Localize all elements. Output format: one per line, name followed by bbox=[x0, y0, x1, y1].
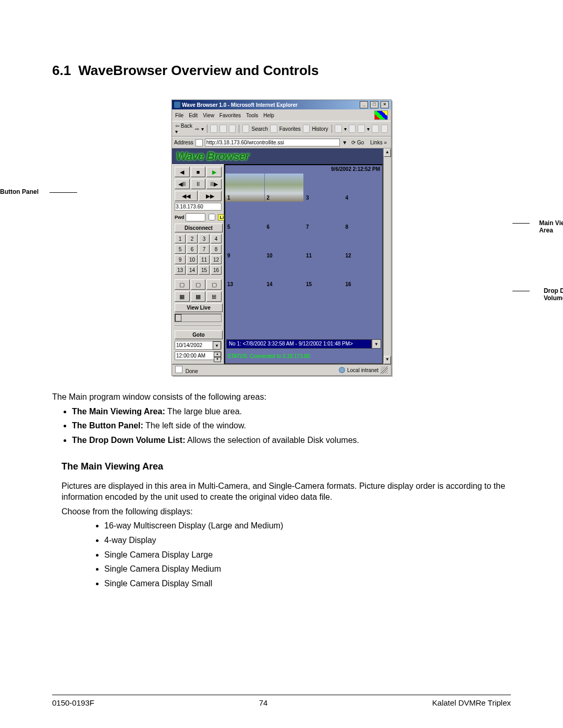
menu-tools[interactable]: Tools bbox=[246, 113, 258, 118]
resize-grip[interactable] bbox=[381, 366, 388, 374]
camera-view-5[interactable]: 5 bbox=[225, 202, 264, 230]
camera-view-1[interactable]: 1 bbox=[225, 174, 264, 202]
multi16-button[interactable]: ▦ bbox=[175, 291, 190, 302]
camera-view-14[interactable]: 14 bbox=[265, 260, 304, 288]
camera-4-button[interactable]: 4 bbox=[211, 234, 222, 243]
camera-view-3[interactable]: 3 bbox=[304, 174, 343, 202]
volume-selected: No 1: <7/8/2002 3:32:58 AM - 9/12/2002 1… bbox=[226, 339, 372, 349]
connect-button[interactable]: Disconnect bbox=[175, 224, 223, 232]
camera-8-button[interactable]: 8 bbox=[211, 244, 222, 254]
print-icon[interactable] bbox=[349, 125, 356, 133]
forward-button[interactable]: ⇨ bbox=[195, 126, 199, 132]
messenger-icon[interactable] bbox=[381, 125, 388, 133]
camera-view-8[interactable]: 8 bbox=[344, 202, 383, 230]
menu-edit[interactable]: Edit bbox=[189, 113, 198, 118]
search-button[interactable]: Search bbox=[251, 126, 268, 132]
volume-dropdown-icon[interactable]: ▼ bbox=[372, 339, 381, 349]
camera-2-button[interactable]: 2 bbox=[187, 234, 198, 243]
section-title-text: WaveBrowser Overview and Controls bbox=[78, 63, 319, 79]
date-dropdown-icon[interactable]: ▼ bbox=[213, 341, 221, 350]
pause-button[interactable]: II bbox=[191, 179, 206, 189]
camera-view-10[interactable]: 10 bbox=[265, 231, 304, 260]
vertical-scrollbar[interactable]: ▲ ▼ bbox=[383, 149, 391, 364]
camera-view-6[interactable]: 6 bbox=[265, 202, 304, 230]
step-fwd-button[interactable]: II▶ bbox=[206, 179, 222, 189]
camera-view-15[interactable]: 15 bbox=[304, 260, 343, 288]
rewind-button[interactable]: ◀ bbox=[175, 167, 190, 177]
links-button[interactable]: Links » bbox=[368, 140, 389, 145]
view-live-button[interactable]: View Live bbox=[175, 303, 223, 312]
multi16m-button[interactable]: ▦ bbox=[191, 291, 206, 302]
minimize-button[interactable]: _ bbox=[360, 101, 368, 108]
search-icon[interactable] bbox=[242, 125, 250, 133]
slider[interactable] bbox=[175, 314, 222, 322]
favorites-icon[interactable] bbox=[270, 125, 277, 133]
camera-12-button[interactable]: 12 bbox=[211, 255, 222, 264]
camera-11-button[interactable]: 11 bbox=[199, 255, 210, 264]
back-button[interactable]: ⇦ Back ▾ bbox=[175, 123, 193, 134]
single-large-button[interactable]: ▢ bbox=[206, 279, 222, 290]
time-down-icon[interactable]: ▼ bbox=[214, 357, 221, 362]
close-button[interactable]: × bbox=[381, 101, 389, 108]
paragraph: Pictures are displayed in this area in M… bbox=[62, 480, 511, 503]
time-up-icon[interactable]: ▲ bbox=[214, 352, 221, 357]
camera-view-9[interactable]: 9 bbox=[225, 231, 264, 260]
menu-help[interactable]: Help bbox=[263, 113, 274, 118]
fast-rewind-button[interactable]: ◀◀ bbox=[175, 191, 198, 201]
menu-favorites[interactable]: Favorites bbox=[219, 113, 241, 118]
ip-input[interactable] bbox=[175, 203, 222, 211]
list-item: 4-way Display bbox=[104, 535, 511, 546]
home-icon[interactable] bbox=[229, 125, 236, 133]
camera-view-16[interactable]: 16 bbox=[344, 260, 383, 288]
camera-9-button[interactable]: 9 bbox=[175, 255, 186, 264]
pwd-input[interactable] bbox=[186, 213, 205, 221]
live-checkbox[interactable] bbox=[209, 214, 215, 220]
fast-forward-button[interactable]: ▶▶ bbox=[199, 191, 222, 201]
address-dropdown-icon[interactable]: ▼ bbox=[342, 140, 347, 145]
volume-dropdown[interactable]: No 1: <7/8/2002 3:32:58 AM - 9/12/2002 1… bbox=[226, 339, 381, 349]
camera-7-button[interactable]: 7 bbox=[199, 244, 210, 254]
scroll-up-icon[interactable]: ▲ bbox=[384, 149, 391, 157]
camera-14-button[interactable]: 14 bbox=[187, 265, 198, 275]
camera-view-2[interactable]: 2 bbox=[265, 174, 304, 202]
play-button[interactable]: ▶ bbox=[206, 167, 222, 177]
address-input[interactable] bbox=[205, 139, 340, 146]
stop-button[interactable]: ■ bbox=[191, 167, 206, 177]
history-icon[interactable] bbox=[303, 125, 310, 133]
edit-icon[interactable] bbox=[358, 125, 365, 133]
list-item: 16-way Multiscreen Display (Large and Me… bbox=[104, 520, 511, 532]
camera-view-13[interactable]: 13 bbox=[225, 260, 264, 288]
camera-view-12[interactable]: 12 bbox=[344, 231, 383, 260]
title-bar: Wave Browser 1.0 - Microsoft Internet Ex… bbox=[172, 100, 391, 109]
footer-page-number: 74 bbox=[259, 698, 268, 707]
menu-view[interactable]: View bbox=[203, 113, 214, 118]
maximize-button[interactable]: □ bbox=[370, 101, 378, 108]
camera-view-11[interactable]: 11 bbox=[304, 231, 343, 260]
camera-view-7[interactable]: 7 bbox=[304, 202, 343, 230]
menu-file[interactable]: File bbox=[175, 113, 183, 118]
stop-icon[interactable] bbox=[210, 125, 217, 133]
camera-view-4[interactable]: 4 bbox=[344, 174, 383, 202]
callout-viewing-area: Main Viewing Area bbox=[539, 219, 563, 234]
refresh-icon[interactable] bbox=[219, 125, 227, 133]
camera-16-button[interactable]: 16 bbox=[211, 265, 222, 275]
camera-1-button[interactable]: 1 bbox=[175, 234, 186, 243]
camera-5-button[interactable]: 5 bbox=[175, 244, 186, 254]
history-button[interactable]: History bbox=[312, 126, 328, 132]
camera-13-button[interactable]: 13 bbox=[175, 265, 186, 275]
camera-10-button[interactable]: 10 bbox=[187, 255, 198, 264]
single-medium-button[interactable]: ▢ bbox=[191, 279, 206, 290]
favorites-button[interactable]: Favorites bbox=[279, 126, 301, 132]
single-small-button[interactable]: ▢ bbox=[175, 279, 190, 290]
camera-6-button[interactable]: 6 bbox=[187, 244, 198, 254]
camera-15-button[interactable]: 15 bbox=[199, 265, 210, 275]
step-back-button[interactable]: ◀II bbox=[175, 179, 190, 189]
goto-button[interactable]: Goto bbox=[175, 330, 223, 339]
discuss-icon[interactable] bbox=[372, 125, 379, 133]
go-button[interactable]: ⟳ Go bbox=[349, 140, 366, 145]
paragraph: Choose from the following displays: bbox=[62, 506, 511, 517]
multi4-button[interactable]: ⊞ bbox=[206, 291, 222, 302]
mail-icon[interactable] bbox=[335, 125, 342, 133]
camera-3-button[interactable]: 3 bbox=[199, 234, 210, 243]
scroll-down-icon[interactable]: ▼ bbox=[384, 356, 391, 364]
